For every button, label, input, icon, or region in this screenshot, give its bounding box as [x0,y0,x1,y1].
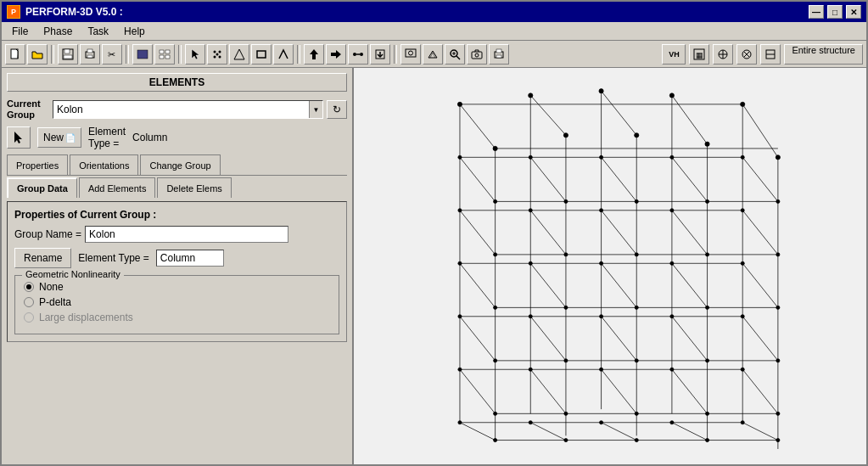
svg-point-155 [776,359,780,362]
radio-large-disp-row: Large displacements [24,312,330,323]
toolbar-shapes-btn[interactable] [229,44,249,65]
svg-point-143 [635,306,638,309]
tab-orientations[interactable]: Orientations [70,154,138,175]
tab-change-group[interactable]: Change Group [140,154,220,175]
svg-point-129 [670,209,674,212]
svg-point-13 [214,50,216,53]
toolbar-view1-btn[interactable] [400,44,421,65]
toolbar-right-btn1[interactable]: VH [662,44,686,65]
toolbar-cursor-btn[interactable] [185,44,205,65]
pointer-tool-btn[interactable] [7,126,31,149]
toolbar-grid-btn[interactable] [207,44,227,65]
tab-delete-elems[interactable]: Delete Elems [157,177,231,198]
toolbar-btn-7[interactable] [154,44,175,65]
toolbar-camera-btn[interactable] [467,44,487,65]
toolbar-right-btn4[interactable] [736,44,757,65]
svg-point-109 [669,93,674,98]
svg-point-172 [564,438,568,441]
toolbar-printer-btn[interactable] [489,44,509,65]
toolbar-nodes-btn[interactable] [348,44,368,65]
current-group-label: Current Group [7,98,49,121]
window-controls: — □ ✕ [809,5,861,19]
toolbar-view2-btn[interactable] [423,44,443,65]
radio-large-disp-label: Large displacements [39,312,133,323]
radio-pdelta[interactable] [24,297,34,307]
svg-rect-35 [496,55,501,58]
svg-point-136 [458,261,462,265]
minimize-button[interactable]: — [809,5,824,19]
menu-file[interactable]: File [5,24,35,39]
toolbar-right-btn3[interactable] [713,44,733,65]
right-panel [354,68,866,466]
toolbar-right-btn2[interactable]: ▦ [689,44,709,65]
svg-rect-10 [165,50,170,53]
tab-content: Properties of Current Group : Group Name… [7,201,347,342]
refresh-button[interactable]: ↻ [327,100,347,119]
svg-point-158 [600,368,603,371]
svg-point-131 [494,253,497,256]
toolbar-rect-btn[interactable] [251,44,272,65]
svg-point-138 [600,261,603,265]
maximize-button[interactable]: □ [827,5,843,19]
toolbar-btn-6[interactable] [132,44,153,65]
svg-point-134 [705,253,708,256]
svg-point-162 [564,412,568,415]
svg-point-124 [705,199,708,203]
tab-group-data[interactable]: Group Data [7,177,77,198]
entire-structure-button[interactable]: Entire structure [784,44,863,65]
toolbar-export-btn[interactable] [370,44,390,65]
group-name-label: Group Name = [14,228,81,240]
svg-rect-46 [354,78,866,458]
svg-point-120 [741,155,744,159]
svg-point-122 [564,199,568,203]
svg-point-166 [458,421,462,424]
svg-point-130 [741,209,744,212]
svg-point-20 [353,53,356,56]
menu-phase[interactable]: Phase [36,24,79,39]
section-title: Properties of Current Group : [14,209,339,221]
toolbar-sep-2 [126,45,129,64]
svg-marker-18 [234,49,244,59]
toolbar-poly-btn[interactable] [273,44,294,65]
group-combo[interactable]: ▼ [53,100,323,119]
svg-point-106 [457,102,462,106]
tab-properties[interactable]: Properties [7,154,68,175]
svg-rect-11 [160,55,164,59]
rename-button[interactable]: Rename [14,248,71,268]
toolbar-open-btn[interactable] [27,44,48,65]
toolbar-right-btn5[interactable] [760,44,781,65]
svg-rect-5 [87,49,92,53]
svg-point-142 [564,306,568,309]
svg-rect-2 [64,49,70,53]
svg-point-21 [360,53,363,56]
toolbar-new-btn[interactable] [5,44,25,65]
svg-point-140 [741,261,744,265]
toolbar-settings-btn[interactable]: ✂ [102,44,122,65]
tab-add-elements[interactable]: Add Elements [79,177,155,198]
new-button[interactable]: New 📄 [37,127,81,148]
toolbar-arrow-right-btn[interactable] [326,44,346,65]
svg-point-161 [494,412,497,415]
group-input[interactable] [53,101,309,118]
svg-point-114 [705,142,709,146]
svg-point-152 [564,359,568,362]
group-name-row: Group Name = Kolon [14,226,339,243]
toolbar-arrow-up-btn[interactable] [304,44,324,65]
svg-point-115 [776,155,780,160]
close-button[interactable]: ✕ [846,5,861,19]
svg-point-144 [705,306,708,309]
toolbar-zoom-btn[interactable] [445,44,465,65]
svg-text:▦: ▦ [696,51,703,59]
svg-point-139 [670,261,674,265]
toolbar-save-btn[interactable] [58,44,78,65]
title-bar: P PERFORM-3D V5.0 : — □ ✕ [2,2,866,22]
menu-task[interactable]: Task [81,24,115,39]
svg-point-145 [776,306,780,309]
group-dropdown-arrow[interactable]: ▼ [309,101,322,118]
svg-point-113 [635,133,639,138]
toolbar-print-btn[interactable] [80,44,100,65]
radio-none[interactable] [24,282,34,292]
menu-help[interactable]: Help [117,24,152,39]
svg-text:✂: ✂ [108,49,115,59]
svg-point-171 [494,438,497,441]
